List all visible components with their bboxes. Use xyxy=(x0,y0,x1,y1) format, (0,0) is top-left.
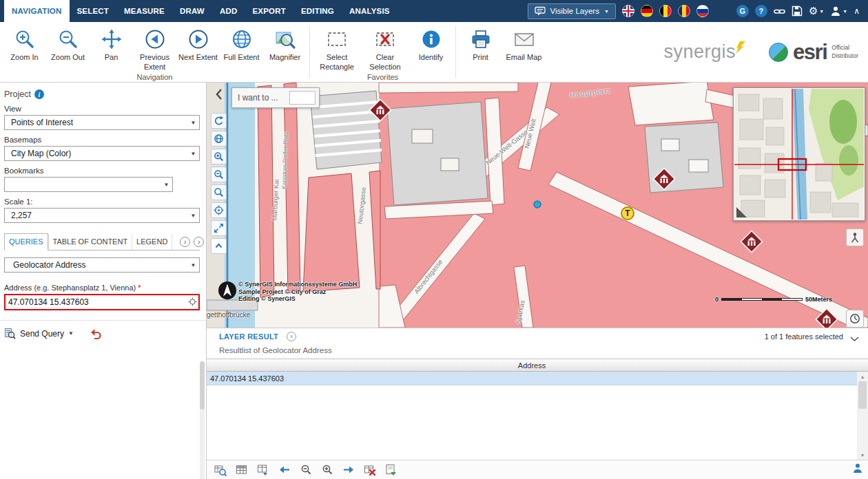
scalebar-min: 0 xyxy=(715,296,719,303)
survey-tool-button[interactable] xyxy=(846,228,864,246)
tab-analysis[interactable]: ANALYSIS xyxy=(342,0,397,22)
tab-table-of-content[interactable]: TABLE OF CONTENT xyxy=(48,234,132,250)
email-map-tool[interactable]: Email Map xyxy=(502,24,546,63)
center-target-button[interactable] xyxy=(211,202,227,218)
tool-label: Pan xyxy=(105,53,118,63)
zoom-out-tool[interactable]: Zoom Out xyxy=(46,24,90,63)
export-xml-button[interactable] xyxy=(384,463,398,477)
caret-down-icon: ▼ xyxy=(187,147,199,160)
magnifier-tool[interactable]: Magnifier xyxy=(263,24,307,63)
chevron-down-icon xyxy=(849,336,860,342)
zoom-in-tool[interactable]: Zoom In xyxy=(3,24,46,63)
tab-select[interactable]: SELECT xyxy=(70,0,117,22)
full-extent-tool[interactable]: Full Extent xyxy=(220,24,263,63)
print-tool[interactable]: Print xyxy=(459,24,502,63)
tab-legend[interactable]: LEGEND xyxy=(132,234,172,250)
scroll-down-button[interactable]: ▼ xyxy=(857,450,868,460)
result-row-selected[interactable]: 47.070134 15.437603 xyxy=(207,372,857,385)
info-icon[interactable]: i xyxy=(34,89,44,99)
flag-belgium-icon[interactable] xyxy=(659,5,672,17)
select-rectangle-tool[interactable]: Select Rectangle xyxy=(313,24,361,72)
menubar-right: Visible Layers ▼ G ? ⚙ ▼ ▼ xyxy=(528,0,868,22)
scroll-up-button[interactable]: ▲ xyxy=(857,372,868,381)
identify-tool[interactable]: Identify xyxy=(409,24,453,63)
tab-scroll-right-button[interactable]: › xyxy=(180,237,190,247)
full-screen-button[interactable] xyxy=(211,220,227,236)
bookmarks-select[interactable]: ▼ xyxy=(4,177,173,192)
clear-selection-tool[interactable]: Clear Selection xyxy=(361,24,409,72)
query-select[interactable]: Geolocator Address ▼ xyxy=(4,257,200,273)
esri-logo-text: esri xyxy=(793,40,827,65)
input-locate-icon[interactable] xyxy=(188,297,197,308)
send-query-button[interactable]: Send Query ▼ xyxy=(4,328,74,339)
map-zoom-out-button[interactable] xyxy=(211,167,227,182)
close-results-icon[interactable]: × xyxy=(287,332,296,341)
undo-query-button[interactable] xyxy=(90,327,102,340)
flag-russia-icon[interactable] xyxy=(696,5,709,17)
tab-overflow-button[interactable]: › xyxy=(194,237,204,247)
layer-result-tab[interactable]: LAYER RESULT xyxy=(219,332,278,341)
scrollbar-thumb[interactable] xyxy=(858,381,867,409)
zoom-window-button[interactable] xyxy=(211,184,227,200)
i-want-to-button[interactable]: I want to ... xyxy=(231,87,320,108)
results-zoom-in-button[interactable] xyxy=(320,463,334,477)
next-extent-tool[interactable]: Next Extent xyxy=(176,24,220,63)
tab-export[interactable]: EXPORT xyxy=(245,0,293,22)
tab-draw[interactable]: DRAW xyxy=(172,0,212,22)
save-icon[interactable] xyxy=(792,6,803,17)
overview-map[interactable] xyxy=(733,87,865,221)
visible-layers-button[interactable]: Visible Layers ▼ xyxy=(528,3,616,19)
tab-add[interactable]: ADD xyxy=(212,0,245,22)
view-label: View xyxy=(4,105,200,113)
sidebar-scrollbar[interactable] xyxy=(200,361,205,479)
map-zoom-in-button[interactable] xyxy=(211,149,227,164)
zoom-to-results-button[interactable] xyxy=(214,463,227,477)
email-icon xyxy=(513,26,535,52)
previous-extent-tool[interactable]: Previous Extent xyxy=(133,24,176,72)
results-column-header[interactable]: Address xyxy=(207,359,857,372)
overview-map-canvas xyxy=(734,89,864,220)
view-select[interactable]: Points of Interest ▼ xyxy=(4,115,200,130)
sidebar-scrollbar-thumb[interactable] xyxy=(200,361,205,409)
collapse-results-button[interactable] xyxy=(849,332,860,345)
previous-result-button[interactable] xyxy=(278,463,291,477)
user-menu-icon[interactable]: ▼ xyxy=(830,6,847,17)
export-table-button[interactable] xyxy=(256,463,270,477)
tab-queries[interactable]: QUERIES xyxy=(4,233,48,251)
rotate-refresh-button[interactable] xyxy=(211,113,227,129)
i-want-to-input[interactable] xyxy=(289,91,316,105)
collapse-tools-button[interactable] xyxy=(211,238,227,254)
geo-portal-icon[interactable]: G xyxy=(736,5,749,17)
i-want-to-label: I want to ... xyxy=(232,93,289,103)
globe-button[interactable] xyxy=(211,131,227,147)
settings-gear-icon[interactable]: ⚙ ▼ xyxy=(809,5,824,17)
sidebar-panel: Project i View Points of Interest ▼ Base… xyxy=(0,83,207,479)
scale-select[interactable]: 2,257 ▼ xyxy=(4,208,200,223)
flag-germany-icon[interactable] xyxy=(641,5,653,17)
tab-editing[interactable]: EDITING xyxy=(293,0,342,22)
basemaps-select[interactable]: City Map (Color) ▼ xyxy=(4,146,200,161)
tool-label: Zoom Out xyxy=(51,53,85,63)
shared-user-icon[interactable] xyxy=(852,462,863,476)
tab-layers-cut[interactable]: L xyxy=(172,234,176,250)
results-subtitle: Resultlist of Geolocator Address xyxy=(219,346,332,354)
address-input[interactable] xyxy=(4,294,200,310)
pan-tool[interactable]: Pan xyxy=(90,24,133,63)
collapse-ribbon-icon[interactable]: ∧ xyxy=(854,6,860,16)
help-icon[interactable]: ? xyxy=(755,5,767,17)
clear-results-button[interactable] xyxy=(363,463,377,477)
group-label-favorites: Favorites xyxy=(310,73,455,81)
collapse-sidebar-button[interactable] xyxy=(215,88,223,103)
tool-label: Next Extent xyxy=(178,53,218,63)
flag-uk-icon[interactable] xyxy=(622,5,634,17)
open-table-button[interactable] xyxy=(235,463,249,477)
brand-area: synergis esri Official Distributor xyxy=(664,22,868,82)
results-zoom-out-button[interactable] xyxy=(299,463,313,477)
flag-romania-icon[interactable] xyxy=(678,5,690,17)
time-slider-button[interactable] xyxy=(846,310,864,328)
results-scrollbar[interactable]: ▲ ▼ xyxy=(857,372,868,460)
next-result-button[interactable] xyxy=(342,463,355,477)
share-link-icon[interactable] xyxy=(774,6,785,17)
tab-navigation[interactable]: NAVIGATION xyxy=(4,0,70,22)
tab-measure[interactable]: MEASURE xyxy=(116,0,172,22)
